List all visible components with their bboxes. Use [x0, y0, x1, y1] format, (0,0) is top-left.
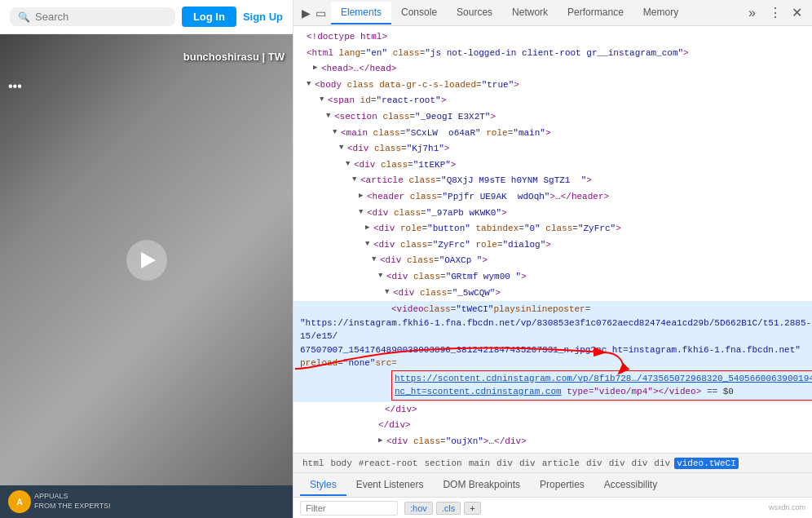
instagram-left-panel: 🔍 Log In Sign Up bunchoshirasu | TW ••• … — [0, 0, 293, 518]
inspect-icon[interactable]: ▶ — [302, 7, 311, 20]
breadcrumb-item-div4[interactable]: div — [607, 458, 628, 469]
code-line-span-reactroot[interactable]: ▼ <span id="react-root"> — [293, 93, 812, 109]
appuals-text: APPUALS FROM THE EXPERTS! — [34, 492, 111, 511]
breadcrumb-item-div2[interactable]: div — [517, 458, 538, 469]
code-line-a-qvaa1[interactable]: ▶ <a class="QvAa1 " href="javascript:;" … — [293, 449, 812, 453]
code-line-doctype: <!doctype html> — [293, 29, 812, 46]
devtools-panel: ▶ ▭ Elements Console Sources Network Per… — [293, 0, 812, 518]
code-line-section[interactable]: ▼ <section class="_9eogI E3X2T"> — [293, 109, 812, 126]
code-line-head[interactable]: ▶ <head>…</head> — [293, 61, 812, 77]
code-line-div-5wcqw[interactable]: ▼ <div class="_5wCQW"> — [293, 286, 812, 302]
search-input[interactable] — [35, 11, 167, 23]
devtools-tabs-bar: ▶ ▭ Elements Console Sources Network Per… — [293, 0, 812, 26]
tab-memory[interactable]: Memory — [633, 2, 688, 24]
play-button[interactable] — [126, 240, 167, 281]
tab-dom-breakpoints[interactable]: DOM Breakpoints — [433, 475, 530, 496]
tab-performance[interactable]: Performance — [558, 2, 633, 24]
code-line-div-1tekp[interactable]: ▼ <div class="1tEKP"> — [293, 157, 812, 174]
code-tag: <!doctype html> — [307, 30, 387, 45]
tab-styles[interactable]: Styles — [300, 475, 346, 496]
tab-accessibility[interactable]: Accessibility — [594, 475, 667, 496]
appuals-tagline: FROM THE EXPERTS! — [34, 502, 111, 511]
code-line-div-97apb[interactable]: ▼ <div class="_97aPb wKWK0"> — [293, 206, 812, 222]
video-area: bunchoshirasu | TW ••• — [0, 34, 293, 485]
filter-plus-button[interactable]: + — [464, 502, 480, 515]
breadcrumb-item-section[interactable]: section — [421, 458, 464, 469]
code-line-body[interactable]: ▼ <body class data-gr-c-s-loaded="true"> — [293, 77, 812, 94]
code-line-div-role-button[interactable]: ▶ <div role="button" tabindex="0" class=… — [293, 221, 812, 237]
tab-sources[interactable]: Sources — [447, 2, 502, 24]
instagram-header: 🔍 Log In Sign Up — [0, 0, 293, 34]
tab-network[interactable]: Network — [502, 2, 558, 24]
filter-pseudo-area: :hov .cls + — [404, 502, 481, 515]
code-line-div-zyfrc-dialog[interactable]: ▼ <div class="ZyFrc" role="dialog"> — [293, 237, 812, 254]
breadcrumb-item-video[interactable]: video.tWeCI — [674, 458, 739, 469]
settings-button[interactable]: ⋮ — [766, 3, 785, 22]
signup-button[interactable]: Sign Up — [243, 11, 283, 23]
more-tabs-button[interactable]: » — [742, 2, 762, 24]
three-dots-menu[interactable]: ••• — [8, 79, 22, 94]
code-line-close-div2: </div> — [293, 418, 812, 434]
devtools-toolbar-icons: ▶ ▭ — [297, 7, 331, 20]
code-line-html: <html lang="en" class="js not-logged-in … — [293, 46, 812, 62]
filter-bar: :hov .cls + — [293, 497, 812, 518]
code-line-article[interactable]: ▼ <article class="Q8XjJ M9sTE h0YNM SgTZ… — [293, 173, 812, 189]
device-icon[interactable]: ▭ — [316, 7, 326, 20]
bottom-tabs-bar: Styles Event Listeners DOM Breakpoints P… — [293, 472, 812, 497]
breadcrumb-item-div5[interactable]: div — [629, 458, 651, 469]
tab-console[interactable]: Console — [391, 2, 447, 24]
tab-properties[interactable]: Properties — [530, 475, 594, 496]
code-line-div-oaxcp[interactable]: ▼ <div class="OAXCp "> — [293, 253, 812, 269]
appuals-icon: A — [8, 490, 31, 513]
dom-equals-marker: == $0 — [707, 387, 734, 396]
login-button[interactable]: Log In — [182, 7, 236, 27]
close-devtools-button[interactable]: ✕ — [788, 3, 805, 22]
code-line-header[interactable]: ▶ <header class="Ppjfr UE9AK wdOqh">…</h… — [293, 189, 812, 206]
code-line-div-kj[interactable]: ▼ <div class="Kj7h1"> — [293, 141, 812, 157]
filter-cls-button[interactable]: .cls — [436, 502, 461, 515]
breadcrumb-item-div3[interactable]: div — [584, 458, 605, 469]
code-line-video[interactable]: <video class="tWeCI" playsinline poster=… — [293, 301, 812, 402]
breadcrumb-item-reactroot[interactable]: #react-root — [356, 458, 421, 469]
appuals-footer: A APPUALS FROM THE EXPERTS! — [0, 485, 293, 518]
code-wrapper: <!doctype html> <html lang="en" class="j… — [293, 26, 812, 453]
appuals-logo: A APPUALS FROM THE EXPERTS! — [8, 490, 111, 513]
code-line-div-oujxn[interactable]: ▶ <div class="oujXn">…</div> — [293, 434, 812, 450]
filter-hov-button[interactable]: :hov — [404, 502, 433, 515]
code-line-main[interactable]: ▼ <main class="SCxLW o64aR" role="main"> — [293, 126, 812, 142]
breadcrumb-item-article[interactable]: article — [540, 458, 582, 469]
tab-event-listeners[interactable]: Event Listeners — [346, 475, 434, 496]
video-placeholder: bunchoshirasu | TW ••• — [0, 34, 293, 485]
breadcrumb-item-div6[interactable]: div — [651, 458, 673, 469]
search-icon: 🔍 — [18, 11, 30, 23]
devtools-breadcrumb: html body #react-root section main div d… — [293, 453, 812, 472]
breadcrumb-item-main[interactable]: main — [466, 458, 492, 469]
video-overlay-text: bunchoshirasu | TW — [183, 51, 285, 63]
filter-input[interactable] — [300, 501, 398, 516]
code-line-close-div1: </div> — [293, 402, 812, 418]
search-box[interactable]: 🔍 — [10, 7, 175, 26]
code-line-div-grtmf[interactable]: ▼ <div class="GRtmf wym00 "> — [293, 269, 812, 286]
watermark: wsxdn.com — [769, 503, 805, 511]
devtools-close-area: ⋮ ✕ — [762, 3, 809, 22]
breadcrumb-item-body[interactable]: body — [328, 458, 354, 469]
code-area[interactable]: <!doctype html> <html lang="en" class="j… — [293, 26, 812, 453]
appuals-name: APPUALS — [34, 492, 111, 502]
tab-elements[interactable]: Elements — [331, 2, 391, 24]
breadcrumb-item-html[interactable]: html — [300, 458, 326, 469]
breadcrumb-item-div1[interactable]: div — [494, 458, 515, 469]
